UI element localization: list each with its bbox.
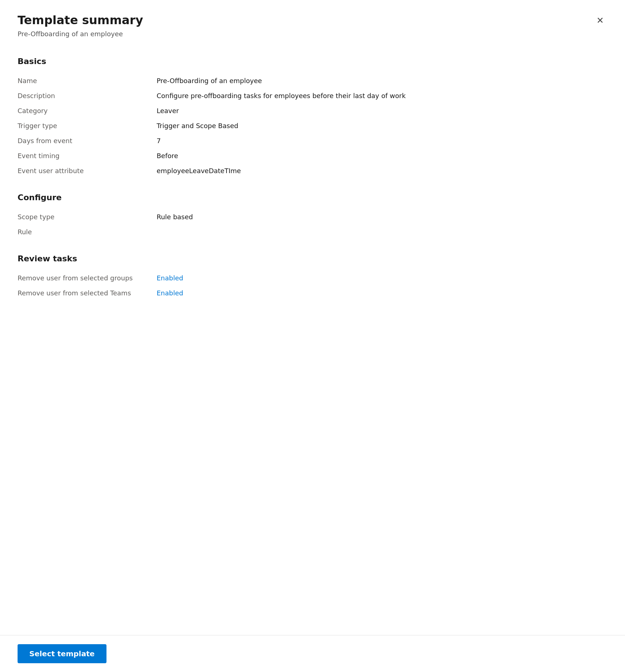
close-icon: ✕ bbox=[596, 15, 604, 26]
template-summary-dialog: Template summary Pre-Offboarding of an e… bbox=[0, 0, 625, 672]
select-template-button[interactable]: Select template bbox=[18, 644, 106, 663]
dialog-header: Template summary Pre-Offboarding of an e… bbox=[0, 0, 625, 45]
field-value-category: Leaver bbox=[157, 107, 179, 115]
field-label-description: Description bbox=[18, 92, 157, 100]
field-row-remove-teams: Remove user from selected Teams Enabled bbox=[18, 285, 607, 300]
field-value-description: Configure pre-offboarding tasks for empl… bbox=[157, 92, 406, 100]
field-label-name: Name bbox=[18, 77, 157, 85]
dialog-content: Basics Name Pre-Offboarding of an employ… bbox=[0, 45, 625, 635]
review-tasks-section: Review tasks Remove user from selected g… bbox=[18, 254, 607, 300]
field-label-scope-type: Scope type bbox=[18, 213, 157, 221]
field-label-remove-groups: Remove user from selected groups bbox=[18, 274, 157, 282]
field-label-remove-teams: Remove user from selected Teams bbox=[18, 289, 157, 297]
field-row-event-user-attribute: Event user attribute employeeLeaveDateTI… bbox=[18, 163, 607, 178]
field-label-category: Category bbox=[18, 107, 157, 115]
basics-section: Basics Name Pre-Offboarding of an employ… bbox=[18, 57, 607, 178]
field-value-event-timing: Before bbox=[157, 152, 178, 160]
review-tasks-section-title: Review tasks bbox=[18, 254, 607, 263]
dialog-footer: Select template bbox=[0, 635, 625, 672]
field-label-trigger-type: Trigger type bbox=[18, 122, 157, 130]
close-button[interactable]: ✕ bbox=[593, 13, 607, 28]
field-label-rule: Rule bbox=[18, 228, 157, 236]
dialog-subtitle: Pre-Offboarding of an employee bbox=[18, 30, 607, 38]
configure-section-title: Configure bbox=[18, 193, 607, 202]
field-value-scope-type: Rule based bbox=[157, 213, 193, 221]
configure-section: Configure Scope type Rule based Rule bbox=[18, 193, 607, 239]
field-value-days-from-event: 7 bbox=[157, 137, 161, 145]
field-row-category: Category Leaver bbox=[18, 103, 607, 118]
field-label-event-user-attribute: Event user attribute bbox=[18, 167, 157, 175]
basics-section-title: Basics bbox=[18, 57, 607, 66]
field-label-event-timing: Event timing bbox=[18, 152, 157, 160]
field-value-remove-teams: Enabled bbox=[157, 289, 183, 297]
field-value-trigger-type: Trigger and Scope Based bbox=[157, 122, 238, 130]
field-value-remove-groups: Enabled bbox=[157, 274, 183, 282]
field-row-description: Description Configure pre-offboarding ta… bbox=[18, 88, 607, 103]
field-row-name: Name Pre-Offboarding of an employee bbox=[18, 73, 607, 88]
field-label-days-from-event: Days from event bbox=[18, 137, 157, 145]
field-value-name: Pre-Offboarding of an employee bbox=[157, 77, 262, 85]
field-row-event-timing: Event timing Before bbox=[18, 148, 607, 163]
field-row-remove-groups: Remove user from selected groups Enabled bbox=[18, 270, 607, 285]
field-row-days-from-event: Days from event 7 bbox=[18, 133, 607, 148]
field-row-rule: Rule bbox=[18, 224, 607, 239]
dialog-title: Template summary bbox=[18, 13, 607, 27]
field-row-trigger-type: Trigger type Trigger and Scope Based bbox=[18, 118, 607, 133]
field-value-event-user-attribute: employeeLeaveDateTIme bbox=[157, 167, 241, 175]
field-row-scope-type: Scope type Rule based bbox=[18, 209, 607, 224]
